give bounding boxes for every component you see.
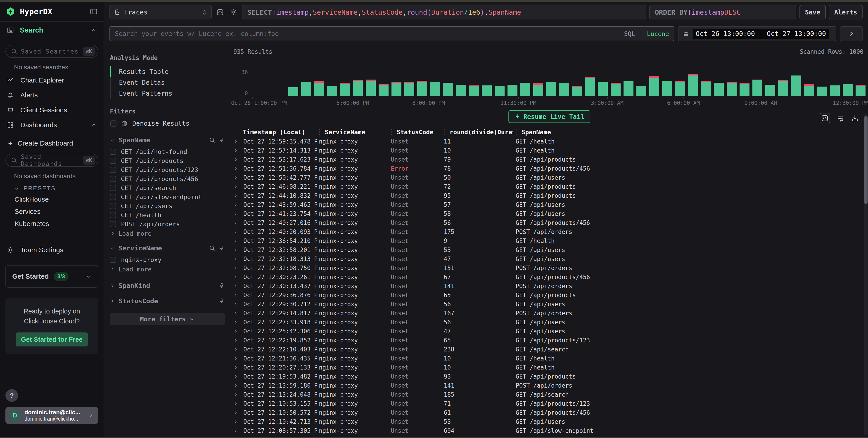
table-row[interactable]: Oct 27 12:25:42.306 PM nginx-proxy Unset… <box>231 327 868 336</box>
table-row[interactable]: Oct 27 12:20:27.133 PM nginx-proxy Unset… <box>231 363 868 372</box>
table-row[interactable]: Oct 27 12:10:53.155 PM nginx-proxy Unset… <box>231 399 868 408</box>
row-expand-chevron-icon[interactable] <box>231 265 241 271</box>
create-dashboard-button[interactable]: + Create Dashboard <box>0 135 103 151</box>
checkbox[interactable] <box>111 121 117 127</box>
mode-results-table[interactable]: Results Table <box>110 66 225 77</box>
checkbox[interactable] <box>110 158 116 164</box>
user-menu[interactable]: D dominic.tran@clic... dominic.tran@clic… <box>5 407 98 424</box>
row-expand-chevron-icon[interactable] <box>231 139 241 144</box>
pin-icon[interactable] <box>218 245 225 251</box>
filter-checkbox-item[interactable]: GET /api/slow-endpoint <box>110 192 225 201</box>
servicename-load-more[interactable]: Load more <box>110 264 225 274</box>
table-row[interactable]: Oct 27 12:40:20.093 PM nginx-proxy Unset… <box>231 227 868 236</box>
row-expand-chevron-icon[interactable] <box>231 220 241 226</box>
row-expand-chevron-icon[interactable] <box>231 157 241 162</box>
row-expand-chevron-icon[interactable] <box>231 365 241 370</box>
table-row[interactable]: Oct 27 12:41:23.754 PM nginx-proxy Unset… <box>231 209 868 218</box>
row-expand-chevron-icon[interactable] <box>231 238 241 244</box>
checkbox[interactable] <box>110 167 116 173</box>
checkbox[interactable] <box>110 257 116 263</box>
date-range-picker[interactable]: Oct 26 13:00:00 - Oct 27 13:00:00 <box>678 26 836 41</box>
filter-checkbox-item[interactable]: GET /api/search <box>110 183 225 192</box>
query-settings-gear-icon[interactable] <box>228 7 239 18</box>
table-row[interactable]: Oct 27 12:40:27.016 PM nginx-proxy Unset… <box>231 218 868 227</box>
table-row[interactable]: Oct 27 12:44:10.832 PM nginx-proxy Unset… <box>231 191 868 200</box>
table-row[interactable]: Oct 27 12:27:33.918 PM nginx-proxy Unset… <box>231 318 868 327</box>
checkbox[interactable] <box>110 203 116 209</box>
row-expand-chevron-icon[interactable] <box>231 374 241 379</box>
event-search-input[interactable]: Search your events w/ Lucene ex. column:… <box>110 26 674 41</box>
scrollbar-thumb[interactable] <box>864 116 868 204</box>
resume-live-tail-button[interactable]: Resume Live Tail <box>508 110 590 123</box>
checkbox[interactable] <box>110 194 116 200</box>
table-row[interactable]: Oct 27 12:57:14.313 PM nginx-proxy Unset… <box>231 146 868 155</box>
filter-group-spankind[interactable]: SpanKind <box>110 282 225 290</box>
row-expand-chevron-icon[interactable] <box>231 283 241 289</box>
preset-kubernetes[interactable]: Kubernetes <box>0 217 103 230</box>
row-expand-chevron-icon[interactable] <box>231 166 241 171</box>
column-header-timestamp[interactable]: Timestamp (Local) <box>241 129 317 136</box>
table-row[interactable]: Oct 27 12:59:35.478 PM nginx-proxy Unset… <box>231 137 868 146</box>
row-expand-chevron-icon[interactable] <box>231 293 241 298</box>
row-expand-chevron-icon[interactable] <box>231 229 241 235</box>
row-expand-chevron-icon[interactable] <box>231 274 241 280</box>
filter-group-servicename[interactable]: ServiceName <box>110 244 225 252</box>
presets-toggle[interactable]: PRESETS <box>0 182 103 193</box>
filter-group-spanname[interactable]: SpanName <box>110 136 225 144</box>
pin-icon[interactable] <box>218 137 225 143</box>
alerts-button[interactable]: Alerts <box>829 5 863 20</box>
filter-checkbox-item[interactable]: POST /api/orders <box>110 220 225 229</box>
row-expand-chevron-icon[interactable] <box>231 148 241 153</box>
row-expand-chevron-icon[interactable] <box>231 356 241 361</box>
row-expand-chevron-icon[interactable] <box>231 202 241 207</box>
row-expand-chevron-icon[interactable] <box>231 184 241 190</box>
column-header-servicename[interactable]: ServiceName <box>317 129 389 136</box>
orderby-clause-input[interactable]: ORDER BY Timestamp DESC <box>649 5 796 20</box>
collapse-sidebar-icon[interactable] <box>90 7 98 15</box>
row-expand-chevron-icon[interactable] <box>231 193 241 198</box>
get-started-card[interactable]: Get Started 3/3 <box>5 265 98 288</box>
table-row[interactable]: Oct 27 12:50:42.777 PM nginx-proxy Unset… <box>231 173 868 182</box>
wrap-lines-icon[interactable] <box>836 114 844 122</box>
row-expand-chevron-icon[interactable] <box>231 410 241 415</box>
row-expand-chevron-icon[interactable] <box>231 401 241 406</box>
column-header-statuscode[interactable]: StatusCode <box>389 129 441 136</box>
filter-checkbox-item[interactable]: GET /api/not-found <box>110 147 225 156</box>
row-expand-chevron-icon[interactable] <box>231 338 241 343</box>
filter-search-icon[interactable] <box>209 137 215 143</box>
saved-dashboards-input[interactable]: Saved Dashboards ⌘K <box>5 154 98 167</box>
table-row[interactable]: Oct 27 12:29:14.817 PM nginx-proxy Unset… <box>231 309 868 318</box>
table-row[interactable]: Oct 27 12:43:59.465 PM nginx-proxy Unset… <box>231 200 868 209</box>
row-expand-chevron-icon[interactable] <box>231 329 241 334</box>
row-expand-chevron-icon[interactable] <box>231 256 241 262</box>
run-query-button[interactable] <box>840 26 863 41</box>
table-row[interactable]: Oct 27 12:46:08.221 PM nginx-proxy Unset… <box>231 182 868 191</box>
table-row[interactable]: Oct 27 12:32:08.750 PM nginx-proxy Unset… <box>231 264 868 273</box>
more-filters-button[interactable]: More filters <box>110 313 225 325</box>
sidebar-item-team-settings[interactable]: Team Settings <box>0 242 103 258</box>
lang-toggle-sql[interactable]: SQL <box>624 30 635 37</box>
filter-checkbox-item[interactable]: GET /api/products <box>110 156 225 165</box>
row-expand-chevron-icon[interactable] <box>231 211 241 216</box>
pin-icon[interactable] <box>218 298 225 304</box>
mode-event-patterns[interactable]: Event Patterns <box>111 88 225 99</box>
checkbox[interactable] <box>110 149 116 155</box>
view-source-code-icon[interactable] <box>819 113 830 124</box>
table-row[interactable]: Oct 27 12:22:19.852 PM nginx-proxy Unset… <box>231 336 868 345</box>
table-row[interactable]: Oct 27 12:53:17.623 PM nginx-proxy Unset… <box>231 155 868 164</box>
table-row[interactable]: Oct 27 12:51:36.784 PM nginx-proxy Error… <box>231 164 868 173</box>
table-row[interactable]: Oct 27 12:29:36.876 PM nginx-proxy Unset… <box>231 291 868 300</box>
checkbox[interactable] <box>110 185 116 191</box>
table-row[interactable]: Oct 27 12:19:53.482 PM nginx-proxy Unset… <box>231 372 868 381</box>
filter-checkbox-item[interactable]: GET /api/products/123 <box>110 165 225 174</box>
row-expand-chevron-icon[interactable] <box>231 319 241 325</box>
table-row[interactable]: Oct 27 12:30:13.437 PM nginx-proxy Unset… <box>231 281 868 291</box>
table-row[interactable]: Oct 27 12:10:50.572 PM nginx-proxy Unset… <box>231 408 868 417</box>
column-header-duration[interactable]: round(divide(Duration, <box>441 129 514 136</box>
filter-search-icon[interactable] <box>209 245 215 251</box>
sidebar-item-dashboards[interactable]: Dashboards <box>0 117 103 132</box>
filter-group-statuscode[interactable]: StatusCode <box>110 297 225 305</box>
column-header-spanname[interactable]: SpanName <box>514 129 868 136</box>
spanname-load-more[interactable]: Load more <box>110 229 225 238</box>
sidebar-item-chart-explorer[interactable]: Chart Explorer <box>0 73 103 88</box>
